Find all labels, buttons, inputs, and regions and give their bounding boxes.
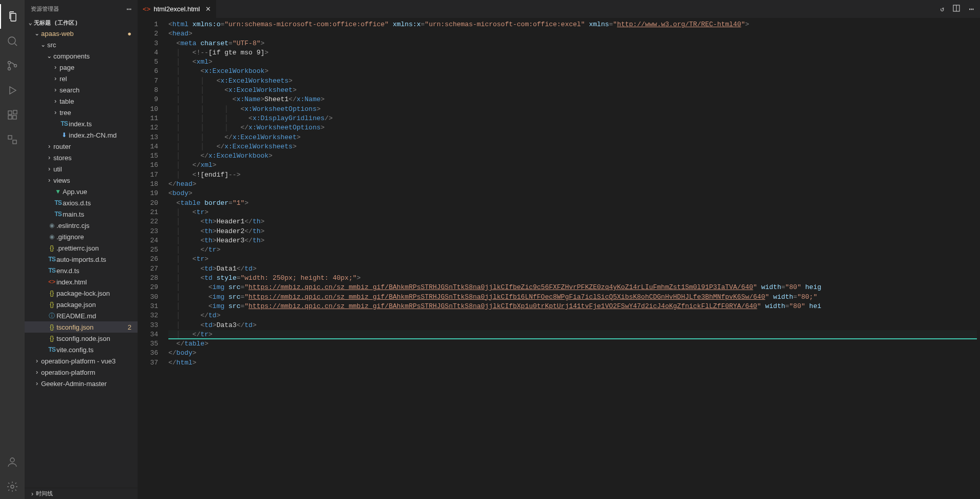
- editor-area: <> html2excel.html ✕ ↺ ⋯ 123456789101112…: [138, 0, 980, 499]
- tab-actions: ↺ ⋯: [934, 0, 980, 18]
- file-item[interactable]: TSindex.ts: [25, 118, 138, 129]
- file-item[interactable]: {}package.json: [25, 299, 138, 310]
- folder-item[interactable]: ›operation-platform - vue3: [25, 355, 138, 367]
- file-item[interactable]: {}package-lock.json: [25, 287, 138, 299]
- activity-bar: [0, 0, 25, 499]
- folder-item[interactable]: ›Geeker-Admin-master: [25, 378, 138, 389]
- more-icon[interactable]: ⋯: [969, 4, 974, 14]
- svg-rect-7: [13, 110, 17, 114]
- folder-item[interactable]: ›util: [25, 163, 138, 175]
- folder-item[interactable]: ⌄components: [25, 50, 138, 62]
- timeline-section[interactable]: › 时间线: [25, 488, 138, 499]
- svg-point-11: [11, 485, 14, 488]
- chevron-right-icon: ›: [29, 490, 36, 497]
- svg-point-0: [8, 37, 15, 44]
- tabs-bar: <> html2excel.html ✕ ↺ ⋯: [138, 0, 980, 18]
- timeline-label: 时间线: [36, 490, 53, 497]
- folder-item[interactable]: ›search: [25, 84, 138, 95]
- explorer-title: 资源管理器: [31, 5, 59, 13]
- file-item[interactable]: TSmain.ts: [25, 208, 138, 220]
- file-item[interactable]: <>index.html: [25, 276, 138, 287]
- file-item[interactable]: ▼App.vue: [25, 186, 138, 197]
- remote-icon[interactable]: [0, 127, 25, 152]
- more-icon[interactable]: ⋯: [126, 4, 131, 14]
- history-icon[interactable]: ↺: [940, 5, 945, 13]
- svg-point-10: [10, 458, 14, 462]
- tab-label: html2excel.html: [153, 5, 200, 13]
- workspace-label: 无标题 (工作区): [34, 19, 78, 27]
- account-icon[interactable]: [0, 450, 25, 474]
- minimap[interactable]: [977, 18, 980, 499]
- svg-rect-6: [13, 116, 16, 119]
- file-tree: ⌄apaas-web●⌄src⌄components›page›rel›sear…: [25, 28, 138, 488]
- workspace-section[interactable]: ⌄ 无标题 (工作区): [25, 18, 138, 28]
- svg-rect-8: [8, 136, 12, 139]
- chevron-down-icon: ⌄: [27, 19, 34, 27]
- tab-html2excel[interactable]: <> html2excel.html ✕: [138, 0, 217, 18]
- folder-item[interactable]: ›page: [25, 62, 138, 73]
- file-item[interactable]: ◉.eslintrc.cjs: [25, 220, 138, 231]
- source-control-icon[interactable]: [0, 53, 25, 78]
- files-icon[interactable]: [0, 4, 25, 29]
- close-icon[interactable]: ✕: [205, 5, 211, 13]
- folder-item[interactable]: ›table: [25, 95, 138, 107]
- svg-point-2: [8, 68, 11, 70]
- explorer-header: 资源管理器 ⋯: [25, 0, 138, 18]
- code-content[interactable]: <html xmlns:o="urn:schemas-microsoft-com…: [168, 18, 977, 499]
- file-item[interactable]: {}tsconfig.node.json: [25, 333, 138, 344]
- code-editor[interactable]: 1234567891011121314151617181920212223242…: [138, 18, 980, 499]
- file-item[interactable]: ◉.gitignore: [25, 231, 138, 242]
- file-item[interactable]: {}.prettierrc.json: [25, 242, 138, 254]
- settings-icon[interactable]: [0, 474, 25, 499]
- svg-rect-4: [8, 111, 12, 114]
- search-icon[interactable]: [0, 29, 25, 53]
- svg-point-1: [8, 62, 11, 64]
- split-editor-icon[interactable]: [952, 4, 960, 14]
- folder-item[interactable]: ›operation-platform: [25, 367, 138, 378]
- folder-item[interactable]: ⌄src: [25, 39, 138, 50]
- folder-item[interactable]: ›rel: [25, 73, 138, 84]
- run-debug-icon[interactable]: [0, 78, 25, 103]
- file-item[interactable]: TSauto-imports.d.ts: [25, 254, 138, 265]
- file-item[interactable]: TSaxios.d.ts: [25, 197, 138, 208]
- folder-item[interactable]: ›tree: [25, 107, 138, 118]
- svg-rect-5: [8, 116, 12, 119]
- svg-rect-9: [13, 140, 16, 144]
- line-gutter: 1234567891011121314151617181920212223242…: [138, 18, 168, 499]
- folder-item[interactable]: ›router: [25, 141, 138, 152]
- explorer-sidebar: 资源管理器 ⋯ ⌄ 无标题 (工作区) ⌄apaas-web●⌄src⌄comp…: [25, 0, 138, 499]
- folder-item[interactable]: ›views: [25, 175, 138, 186]
- folder-item[interactable]: ›stores: [25, 152, 138, 163]
- file-item[interactable]: {}tsconfig.json2: [25, 321, 138, 333]
- extensions-icon[interactable]: [0, 103, 25, 127]
- file-item[interactable]: ⬇index.zh-CN.md: [25, 129, 138, 141]
- file-item[interactable]: TSvite.config.ts: [25, 344, 138, 355]
- file-item[interactable]: TSenv.d.ts: [25, 265, 138, 276]
- folder-item[interactable]: ⌄apaas-web●: [25, 28, 138, 39]
- file-item[interactable]: ⓘREADME.md: [25, 310, 138, 321]
- html-icon: <>: [143, 5, 150, 13]
